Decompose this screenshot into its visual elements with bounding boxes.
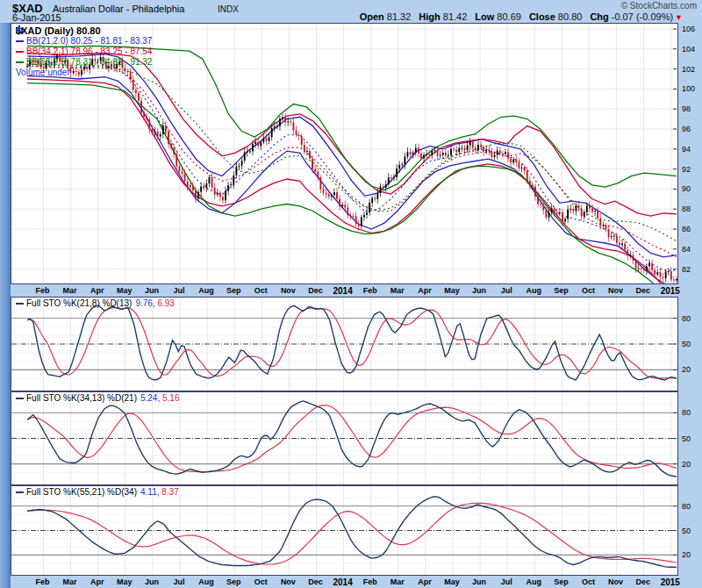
- month-label: Apr: [88, 286, 107, 295]
- month-label: Oct: [251, 577, 270, 586]
- month-label: Jun: [469, 577, 489, 586]
- sto2-legend: Full STO %K(34,13) %D(21)5.24, 5.16: [16, 393, 179, 403]
- close-value: 80.80: [558, 11, 583, 22]
- price-tick-label: 100: [682, 84, 695, 93]
- sto2-panel: Full STO %K(34,13) %D(21)5.24, 5.16: [11, 391, 678, 485]
- bb34-legend-row: BB(34,2.1) 78.96 - 83.25 - 87.54: [16, 47, 152, 57]
- month-label: Dec: [634, 577, 653, 586]
- price-tick-label: 96: [682, 125, 691, 133]
- sto2-label: Full STO %K(34,13) %D(21): [26, 393, 137, 403]
- sto-k-line: [27, 305, 677, 380]
- chart-header: $XAD Australian Dollar - Philadelphia IN…: [0, 0, 702, 23]
- sto-gridlines: [11, 405, 677, 473]
- month-label: Apr: [88, 577, 107, 586]
- bb21-line-icon: [16, 40, 24, 42]
- price-tick-label: 90: [682, 184, 691, 193]
- sto3-k-value: 4.11,: [140, 487, 160, 497]
- price-tick-label: 106: [682, 25, 695, 33]
- price-tick-label: 84: [682, 245, 691, 254]
- legend-title-row: $XAD (Daily) 80.80: [16, 25, 152, 36]
- high-value: 81.42: [443, 11, 468, 22]
- month-label: Aug: [524, 286, 543, 295]
- month-label: Oct: [251, 286, 270, 295]
- volume-legend-row: Volume undef: [16, 68, 152, 78]
- chg-label: Chg: [590, 11, 608, 22]
- left-border-bar: [0, 23, 11, 588]
- price-tick-label: 86: [682, 225, 691, 233]
- price-y-axis: 106104102100989694929088868482: [680, 23, 702, 284]
- legend-title: $XAD (Daily) 80.80: [16, 25, 101, 36]
- month-label: Nov: [606, 577, 626, 586]
- month-label: May: [442, 286, 462, 295]
- year-label: 2014: [332, 577, 355, 587]
- chg-down-arrow-icon: ▼: [675, 13, 683, 22]
- date-axis-top: FebMarAprMayJunJulAugSepOctNovDec2014Feb…: [11, 284, 678, 297]
- month-label: Feb: [361, 577, 380, 586]
- sto1-d-value: 6.93: [157, 298, 174, 308]
- stockcharts-page: $XAD Australian Dollar - Philadelphia IN…: [0, 0, 702, 588]
- month-label: Jun: [469, 286, 489, 295]
- sto-tick-label: 80: [682, 314, 691, 323]
- sto-tick-label: 20: [682, 365, 691, 374]
- price-axis-ticks: [673, 29, 677, 269]
- month-label: Oct: [579, 577, 598, 586]
- month-label: Aug: [197, 286, 216, 295]
- sto-tick-label: 20: [682, 460, 691, 469]
- month-label: Mar: [61, 286, 80, 295]
- close-label: Close: [529, 11, 555, 22]
- price-legend: $XAD (Daily) 80.80 BB(21,2.0) 80.25 - 81…: [16, 25, 152, 78]
- sto-tick-label: 50: [682, 434, 691, 443]
- month-label: May: [115, 577, 134, 586]
- open-value: 81.32: [387, 11, 412, 22]
- open-label: Open: [360, 11, 384, 22]
- sto3-label: Full STO %K(55,21) %D(34): [26, 487, 137, 497]
- month-label: Dec: [306, 286, 326, 295]
- sto3-d-value: 8.37: [161, 487, 178, 497]
- sto2-y-axis: 805020: [680, 391, 702, 485]
- sto1-panel: Full STO %K(21,8) %D(13)9.76, 6.93: [11, 297, 678, 391]
- sto-tick-label: 80: [682, 408, 691, 417]
- month-label: Mar: [388, 577, 407, 586]
- month-label: Mar: [388, 286, 407, 295]
- sto3-y-axis: 805020: [680, 485, 702, 576]
- sto3-canvas: [11, 486, 677, 575]
- month-label: Jun: [142, 577, 161, 586]
- sto-tick-label: 20: [682, 550, 691, 559]
- sto1-canvas: [11, 298, 677, 391]
- month-label: Aug: [197, 577, 216, 586]
- sto-line-icon: [16, 398, 24, 399]
- bb55-legend-row: BB(55,2.5) 78.31 - 84.82 - 91.32: [16, 57, 152, 68]
- sto3-panel: Full STO %K(55,21) %D(34)4.11, 8.37: [11, 485, 678, 576]
- month-label: Jul: [169, 286, 189, 295]
- bollinger-bands: [27, 46, 677, 283]
- sto-line-icon: [16, 491, 24, 493]
- month-label: Feb: [361, 286, 380, 295]
- sto1-y-axis: 805020: [680, 297, 702, 391]
- month-label: Jul: [497, 577, 516, 586]
- price-tick-label: 88: [682, 204, 691, 213]
- price-tick-label: 92: [682, 165, 691, 174]
- high-label: High: [419, 11, 440, 22]
- month-label: May: [115, 286, 134, 295]
- sto-tick-label: 50: [682, 527, 691, 535]
- month-label: Jul: [497, 286, 516, 295]
- quote-strip: Open81.32High81.42Low80.69Close80.80Chg-…: [352, 11, 683, 22]
- bb34-legend: BB(34,2.1) 78.96 - 83.25 - 87.54: [26, 47, 152, 56]
- sto-tick-label: 80: [682, 502, 691, 511]
- month-label: Aug: [524, 577, 543, 586]
- volume-label: Volume undef: [16, 68, 69, 77]
- month-label: Sep: [224, 286, 243, 295]
- month-label: Oct: [579, 286, 598, 295]
- month-label: Feb: [33, 577, 53, 586]
- volume-icon: [16, 25, 24, 32]
- low-value: 80.69: [497, 11, 521, 22]
- month-label: Jun: [142, 286, 161, 295]
- sto-k-line: [27, 401, 677, 477]
- month-label: May: [442, 577, 462, 586]
- copyright: © StockCharts.com: [621, 1, 697, 11]
- year-label: 2015: [659, 286, 682, 296]
- month-label: Nov: [278, 577, 297, 586]
- month-label: Feb: [33, 286, 53, 295]
- sto-k-line: [27, 497, 677, 567]
- month-label: Dec: [634, 286, 653, 295]
